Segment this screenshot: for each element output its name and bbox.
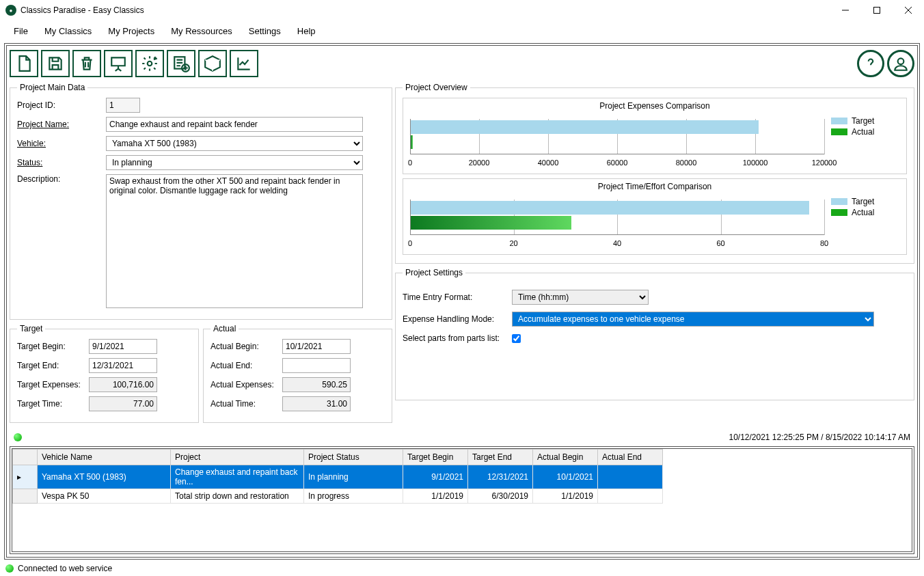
project-id-label: Project ID: [17, 100, 106, 110]
status-strip: 10/12/2021 12:25:25 PM / 8/15/2022 10:14… [10, 430, 914, 445]
svg-point-4 [148, 61, 152, 66]
svg-point-7 [898, 58, 904, 64]
close-button[interactable] [893, 0, 924, 20]
status-label[interactable]: Status: [17, 158, 106, 167]
description-field[interactable]: Swap exhaust from the other XT 500 and r… [106, 174, 363, 308]
target-begin-label: Target Begin: [17, 342, 89, 351]
vehicle-label[interactable]: Vehicle: [17, 139, 106, 148]
menu-bar: File My Classics My Projects My Ressourc… [0, 20, 924, 42]
actual-begin-field[interactable] [282, 339, 351, 354]
target-expenses-field [89, 377, 157, 392]
time-chart-plot: 020406080 [410, 193, 824, 249]
cell-aend[interactable] [598, 489, 663, 504]
cell-tend[interactable]: 6/30/2019 [468, 489, 533, 504]
window-title: Classics Paradise - Easy Classics [21, 5, 144, 15]
actual-expenses-field [282, 377, 351, 392]
target-time-field [89, 396, 157, 411]
legend-actual-label: Actual [852, 208, 874, 217]
presentation-button[interactable] [104, 50, 133, 77]
save-button[interactable] [41, 50, 70, 77]
target-time-label: Target Time: [17, 399, 89, 409]
app-icon: ● [5, 5, 16, 16]
menu-my-projects[interactable]: My Projects [101, 23, 161, 39]
actual-end-field[interactable] [282, 358, 351, 373]
parts-list-label: Select parts from parts list: [403, 333, 512, 343]
legend-swatch-actual [831, 209, 847, 216]
col-actual-begin[interactable]: Actual Begin [533, 450, 598, 465]
target-expenses-label: Target Expenses: [17, 380, 89, 389]
legend-swatch-target [831, 198, 847, 205]
actual-legend: Actual [210, 324, 239, 333]
col-actual-end[interactable]: Actual End [598, 450, 663, 465]
menu-settings[interactable]: Settings [242, 23, 288, 39]
help-button[interactable] [857, 50, 884, 77]
cell-status[interactable]: In planning [304, 465, 403, 489]
status-select[interactable]: In planning [106, 155, 363, 170]
cell-abegin[interactable]: 1/1/2019 [533, 489, 598, 504]
actual-expenses-label: Actual Expenses: [210, 380, 282, 389]
delete-button[interactable] [72, 50, 101, 77]
cell-vehicle[interactable]: Yamaha XT 500 (1983) [38, 465, 171, 489]
projects-grid[interactable]: Vehicle Name Project Project Status Targ… [12, 448, 912, 552]
expenses-chart-plot: 020000400006000080000100000120000 [410, 112, 824, 168]
col-target-begin[interactable]: Target Begin [403, 450, 468, 465]
cell-tend[interactable]: 12/31/2021 [468, 465, 533, 489]
project-name-field[interactable] [106, 117, 363, 132]
status-timestamps: 10/12/2021 12:25:25 PM / 8/15/2022 10:14… [729, 433, 910, 442]
cell-project[interactable]: Change exhaust and repaint back fen... [171, 465, 304, 489]
settings-gear-button[interactable] [135, 50, 164, 77]
target-group: Target Target Begin: Target End: Target … [10, 324, 199, 423]
description-label: Description: [17, 174, 106, 184]
legend-target-label: Target [852, 116, 874, 126]
cell-project[interactable]: Total strip down and restoration [171, 489, 304, 504]
target-end-field[interactable] [89, 358, 157, 373]
table-row[interactable]: ▸ Yamaha XT 500 (1983) Change exhaust an… [13, 465, 663, 489]
overview-legend: Project Overview [403, 83, 470, 92]
cell-status[interactable]: In progress [304, 489, 403, 504]
cell-vehicle[interactable]: Vespa PK 50 [38, 489, 171, 504]
status-led-icon [14, 433, 22, 441]
expense-mode-label: Expense Handling Mode: [403, 314, 512, 324]
expense-mode-select[interactable]: Accumulate expenses to one vehicle expen… [512, 312, 874, 327]
menu-my-resources[interactable]: My Ressources [164, 23, 239, 39]
col-vehicle[interactable]: Vehicle Name [38, 450, 171, 465]
vehicle-select[interactable]: Yamaha XT 500 (1983) [106, 136, 363, 151]
expenses-chart: Project Expenses Comparison 020000400006… [403, 98, 907, 174]
project-id-field [106, 98, 140, 113]
project-settings-group: Project Settings Time Entry Format: Time… [395, 268, 914, 400]
cell-tbegin[interactable]: 9/1/2021 [403, 465, 468, 489]
table-row[interactable]: Vespa PK 50 Total strip down and restora… [13, 489, 663, 504]
footer-status-bar: Connected to web service [0, 561, 924, 576]
menu-file[interactable]: File [7, 23, 35, 39]
cell-abegin[interactable]: 10/1/2021 [533, 465, 598, 489]
user-button[interactable] [887, 50, 914, 77]
add-record-button[interactable] [167, 50, 195, 77]
new-document-button[interactable] [10, 50, 38, 77]
toolbar [10, 49, 914, 80]
time-chart: Project Time/Effort Comparison 020406080… [403, 178, 907, 255]
maximize-button[interactable] [861, 0, 893, 20]
menu-my-classics[interactable]: My Classics [38, 23, 98, 39]
actual-time-field [282, 396, 351, 411]
chart-button[interactable] [230, 50, 258, 77]
parts-list-checkbox[interactable] [512, 334, 521, 343]
target-legend: Target [17, 324, 45, 333]
cell-tbegin[interactable]: 1/1/2019 [403, 489, 468, 504]
connection-led-icon [5, 564, 14, 573]
minimize-button[interactable] [830, 0, 861, 20]
package-button[interactable] [198, 50, 227, 77]
expenses-chart-title: Project Expenses Comparison [410, 101, 899, 111]
cell-aend[interactable] [598, 465, 663, 489]
grid-rowheader-col [13, 450, 38, 465]
col-project[interactable]: Project [171, 450, 304, 465]
time-format-select[interactable]: Time (hh:mm) [512, 290, 649, 305]
target-begin-field[interactable] [89, 339, 157, 354]
row-indicator-icon [13, 489, 38, 504]
main-data-legend: Project Main Data [17, 83, 87, 92]
actual-time-label: Actual Time: [210, 399, 282, 409]
col-status[interactable]: Project Status [304, 450, 403, 465]
project-name-label[interactable]: Project Name: [17, 120, 106, 129]
col-target-end[interactable]: Target End [468, 450, 533, 465]
row-indicator-icon: ▸ [13, 465, 38, 489]
menu-help[interactable]: Help [290, 23, 323, 39]
